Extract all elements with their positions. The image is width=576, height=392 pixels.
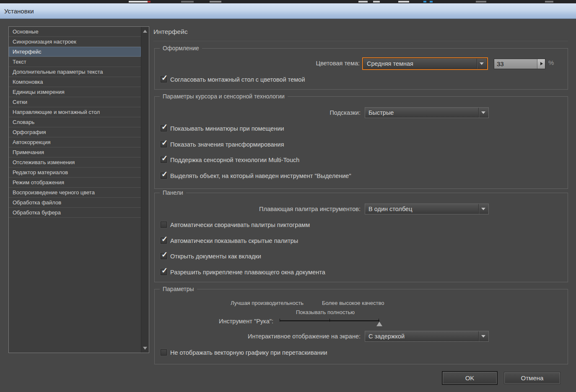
app-icon-fragment [129,1,149,3]
app-icon-fragment [373,1,380,3]
chevron-down-icon [481,335,485,338]
sidebar-item-general[interactable]: Основные [9,27,141,37]
color-theme-dropdown[interactable]: Средняя темная [363,58,487,69]
match-canvas-checkbox[interactable]: ✓ [161,76,167,83]
auto-collapse-checkbox[interactable]: ✓ [161,222,167,228]
app-icon-fragment [423,1,426,3]
sidebar-item-interface[interactable]: Интерфейс [9,47,141,57]
dropdown-arrow-zone[interactable] [478,204,488,214]
multitouch-label: Поддержка сенсорной технологии Multi-Tou… [170,156,299,164]
sidebar-item-sync-settings[interactable]: Синхронизация настроек [9,37,141,47]
no-vector-drag-checkbox[interactable]: ✓ [161,349,167,356]
group-panels-legend: Панели [160,189,186,196]
sidebar-item-units[interactable]: Единицы измерения [9,87,141,97]
app-icon-fragment [430,1,433,3]
interactive-display-label: Интерактивное отображение на экране: [154,331,361,342]
dialog-titlebar[interactable]: Установки [0,3,576,19]
sidebar-item-dictionary[interactable]: Словарь [9,117,141,127]
interactive-display-value: С задержкой [368,331,477,341]
check-icon: ✓ [161,138,168,147]
chevron-down-icon [481,111,485,114]
floating-palette-dropdown[interactable]: В один столбец [365,204,489,214]
category-rows: Основные Синхронизация настроек Интерфей… [9,27,141,353]
dropdown-arrow-zone[interactable] [477,59,487,69]
group-cursor-touch-legend: Параметры курсора и сенсорной технологии [160,93,288,100]
sidebar-item-story-editor[interactable]: Редактор материалов [9,168,141,178]
check-icon: ✓ [161,154,168,163]
auto-show-hidden-label: Автоматически показывать скрытые палитры [170,237,298,245]
tooltips-dropdown[interactable]: Быстрые [365,107,489,118]
sidebar-item-grids[interactable]: Сетки [9,97,141,107]
app-icon-fragment [181,1,194,3]
floating-palette-value: В один столбец [368,204,477,214]
sidebar-item-file-handling[interactable]: Обработка файлов [9,198,141,208]
show-thumbnails-label: Показывать миниатюры при помещении [170,125,284,132]
tooltips-label: Подсказки: [154,108,361,118]
check-icon: ✓ [161,250,168,259]
heading-divider [153,40,568,41]
chevron-down-icon [480,62,484,65]
match-canvas-label: Согласовать монтажный стол с цветовой те… [170,76,305,83]
interactive-display-dropdown[interactable]: С задержкой [365,331,489,342]
auto-collapse-label: Автоматически сворачивать палитры пиктог… [170,221,310,229]
allow-docking-checkbox[interactable]: ✓ [161,269,167,275]
show-thumbnails-checkbox[interactable]: ✓ [161,125,167,132]
sidebar-item-display-performance[interactable]: Режим отображения [9,178,141,188]
category-list: Основные Синхронизация настроек Интерфей… [8,26,149,353]
sidebar-item-spelling[interactable]: Орфография [9,127,141,137]
preferences-dialog: Основные Синхронизация настроек Интерфей… [0,19,576,392]
percent-sign: % [548,59,554,66]
app-icon-fragment [210,1,221,3]
brightness-value: 33 [497,59,504,69]
check-icon: ✓ [161,122,168,132]
sidebar-item-autocorrect[interactable]: Автокоррекция [9,137,141,147]
slider-thumb-icon[interactable] [376,322,382,326]
scroll-down-icon[interactable] [143,347,147,350]
group-appearance-legend: Оформление [160,45,202,52]
sidebar-item-black-appearance[interactable]: Воспроизведение черного цвета [9,188,141,198]
check-icon: ✓ [161,235,168,244]
check-icon: ✓ [161,266,168,275]
app-icon-fragment [398,1,409,3]
tooltips-value: Быстрые [368,108,477,118]
slider-tick [379,319,379,322]
app-icon-fragment [148,1,150,3]
sidebar-item-type[interactable]: Текст [9,57,141,67]
dialog-title: Установки [4,3,34,19]
allow-docking-label: Разрешить прикрепление плавающего окна д… [170,268,325,276]
auto-show-hidden-checkbox[interactable]: ✓ [161,237,167,244]
hand-tool-label: Инструмент "Рука": [154,316,273,327]
slider-tick [330,319,330,322]
show-full-label: Показывать полностью [296,309,355,315]
scroll-up-icon[interactable] [143,30,147,33]
highlight-object-checkbox[interactable]: ✓ [161,173,167,179]
app-icon-fragment [476,1,486,3]
sidebar-item-composition[interactable]: Компоновка [9,77,141,87]
sidebar-scrollbar[interactable] [141,27,149,353]
app-icon-fragment [545,1,553,3]
color-theme-label: Цветовая тема: [154,58,360,69]
stepper-expand-button[interactable] [537,59,545,69]
floating-palette-label: Плавающая палитра инструментов: [154,204,361,214]
check-icon: ✓ [161,73,168,83]
cancel-button[interactable]: Отмена [504,372,560,384]
sidebar-item-notes[interactable]: Примечания [9,147,141,157]
open-as-tabs-checkbox[interactable]: ✓ [161,253,167,259]
sidebar-item-clipboard-handling[interactable]: Обработка буфера [9,208,141,218]
dropdown-arrow-zone[interactable] [478,331,488,341]
dropdown-arrow-zone[interactable] [478,108,488,118]
color-theme-value: Средняя темная [367,59,475,69]
chevron-down-icon [481,208,485,210]
slider-tick [280,319,280,322]
sidebar-item-advanced-type[interactable]: Дополнительные параметры текста [9,67,141,77]
multitouch-checkbox[interactable]: ✓ [161,157,167,163]
brightness-stepper[interactable]: 33 [494,59,545,69]
check-icon: ✓ [161,170,168,179]
higher-quality-label: Более высокое качество [322,300,384,306]
sidebar-item-track-changes[interactable]: Отслеживать изменения [9,157,141,168]
show-transform-values-checkbox[interactable]: ✓ [161,141,167,147]
no-vector-drag-label: Не отображать векторную графику при пере… [170,349,327,356]
open-as-tabs-label: Открыть документы как вкладки [170,253,261,260]
sidebar-item-guides-pasteboard[interactable]: Направляющие и монтажный стол [9,107,141,117]
ok-button[interactable]: OK [443,372,497,384]
